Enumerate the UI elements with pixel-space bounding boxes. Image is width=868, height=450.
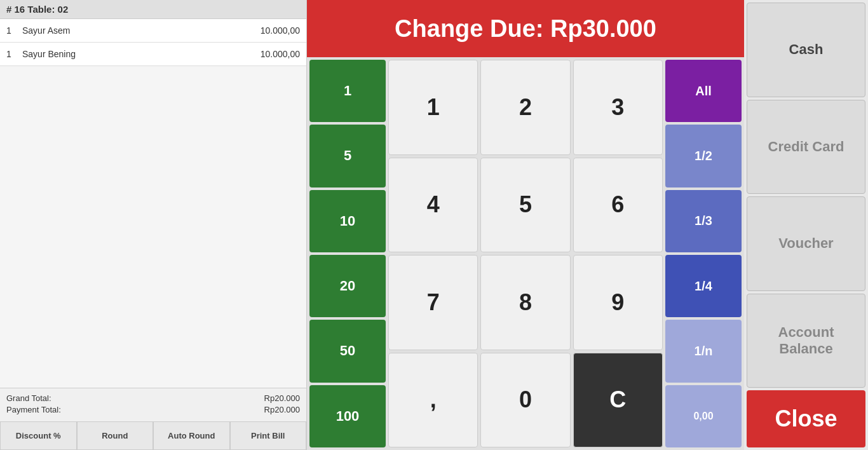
numpad-area: 1 5 10 20 50 100 123456789,0C All 1/2 1/… [307,57,744,450]
footer-totals: Grand Total: Rp20.000 Payment Total: Rp2… [0,388,306,421]
voucher-button[interactable]: Voucher [747,196,865,291]
order-item: 1 Sayur Bening 10.000,00 [0,43,306,66]
split-buttons: All 1/2 1/3 1/4 1/n 0,00 [665,60,742,447]
split-quarter-button[interactable]: 1/4 [665,255,742,317]
numpad-7-button[interactable]: 7 [388,255,478,350]
numpad-4-button[interactable]: 4 [388,158,478,253]
quick-10-button[interactable]: 10 [309,190,386,252]
close-button[interactable]: Close [747,390,865,447]
grand-total-value: Rp20.000 [264,393,300,403]
quick-20-button[interactable]: 20 [309,255,386,317]
auto-round-button[interactable]: Auto Round [153,421,230,450]
item-qty: 1 [6,49,22,59]
numpad-clear-button[interactable]: C [573,353,663,448]
footer-buttons: Discount % Round Auto Round Print Bill [0,421,306,450]
numpad-2-button[interactable]: 2 [480,60,570,155]
numpad-3-button[interactable]: 3 [573,60,663,155]
numpad-grid: 123456789,0C [388,60,663,447]
payment-total-value: Rp20.000 [264,405,300,414]
item-qty: 1 [6,25,22,36]
cash-button[interactable]: Cash [747,3,865,97]
split-all-button[interactable]: All [665,60,742,122]
quick-100-button[interactable]: 100 [309,385,386,447]
change-display: Change Due: Rp30.000 [307,0,744,57]
item-price: 10.000,00 [261,25,300,36]
numpad-0-button[interactable]: 0 [480,353,570,448]
quick-5-button[interactable]: 5 [309,125,386,187]
split-third-button[interactable]: 1/3 [665,190,742,252]
numpad-6-button[interactable]: 6 [573,158,663,253]
round-button[interactable]: Round [77,421,154,450]
split-nth-button[interactable]: 1/n [665,320,742,382]
order-list: 1 Sayur Asem 10.000,00 1 Sayur Bening 10… [0,19,306,388]
credit-card-button[interactable]: Credit Card [747,100,865,194]
item-price: 10.000,00 [261,49,300,59]
table-title: # 16 Table: 02 [0,0,306,19]
print-bill-button[interactable]: Print Bill [230,421,307,450]
numpad-8-button[interactable]: 8 [480,255,570,350]
right-panel: Cash Credit Card Voucher Account Balance… [744,0,868,450]
numpad-comma-button[interactable]: , [388,353,478,448]
numpad-5-button[interactable]: 5 [480,158,570,253]
quick-amounts: 1 5 10 20 50 100 [309,60,386,447]
discount-button[interactable]: Discount % [0,421,77,450]
order-item: 1 Sayur Asem 10.000,00 [0,19,306,43]
numpad-1-button[interactable]: 1 [388,60,478,155]
split-zero-comma-button[interactable]: 0,00 [665,385,742,447]
quick-50-button[interactable]: 50 [309,320,386,382]
item-name: Sayur Bening [22,49,261,59]
left-panel: # 16 Table: 02 1 Sayur Asem 10.000,00 1 … [0,0,307,450]
payment-total-label: Payment Total: [6,405,61,414]
split-half-button[interactable]: 1/2 [665,125,742,187]
quick-1-button[interactable]: 1 [309,60,386,122]
center-panel: Change Due: Rp30.000 1 5 10 20 50 100 12… [307,0,744,450]
account-balance-button[interactable]: Account Balance [747,294,865,388]
numpad-9-button[interactable]: 9 [573,255,663,350]
item-name: Sayur Asem [22,25,261,36]
grand-total-label: Grand Total: [6,393,51,403]
